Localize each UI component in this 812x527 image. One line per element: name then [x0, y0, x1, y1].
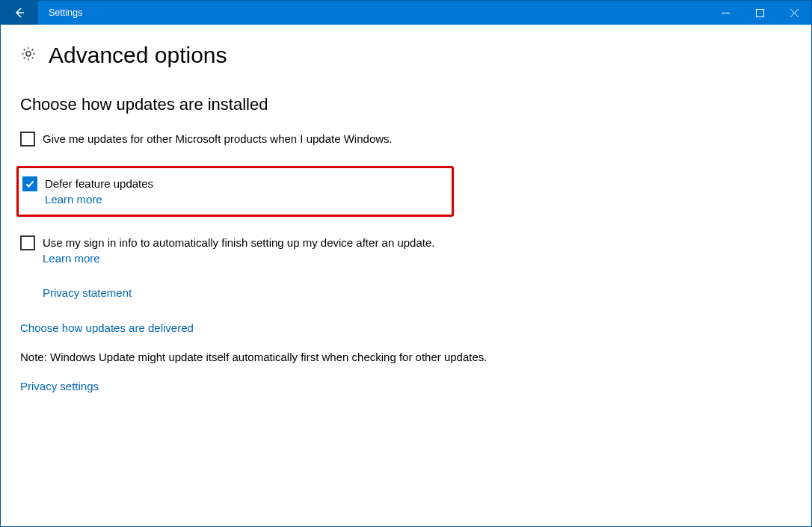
- back-arrow-icon: [13, 6, 26, 19]
- highlight-annotation: Defer feature updates Learn more: [16, 166, 454, 217]
- back-button[interactable]: [1, 1, 38, 25]
- checkbox-defer-updates[interactable]: [22, 176, 37, 191]
- maximize-button[interactable]: [742, 1, 777, 25]
- link-privacy-statement[interactable]: Privacy statement: [43, 286, 132, 299]
- link-privacy-settings[interactable]: Privacy settings: [20, 380, 99, 392]
- maximize-icon: [756, 9, 764, 17]
- link-delivery[interactable]: Choose how updates are delivered: [20, 321, 194, 334]
- minimize-icon: [722, 9, 730, 17]
- page-title: Advanced options: [49, 43, 227, 68]
- svg-rect-2: [756, 9, 763, 16]
- checkmark-icon: [25, 179, 35, 189]
- checkbox-signin-info[interactable]: [20, 235, 35, 250]
- window-controls: [708, 1, 811, 25]
- close-icon: [790, 9, 799, 17]
- label-other-products: Give me updates for other Microsoft prod…: [43, 131, 393, 147]
- option-signin-info: Use my sign in info to automatically fin…: [20, 232, 792, 271]
- section-title: Choose how updates are installed: [20, 95, 792, 114]
- titlebar: Settings: [1, 1, 811, 25]
- label-defer-updates: Defer feature updates: [45, 176, 153, 191]
- checkbox-other-products[interactable]: [20, 132, 35, 147]
- minimize-button[interactable]: [708, 1, 742, 25]
- page-header: Advanced options: [20, 43, 792, 68]
- label-signin-info: Use my sign in info to automatically fin…: [43, 235, 434, 250]
- link-defer-learn-more[interactable]: Learn more: [45, 191, 153, 209]
- content-area: Advanced options Choose how updates are …: [1, 25, 811, 427]
- svg-point-5: [26, 52, 31, 56]
- close-button[interactable]: [777, 1, 811, 25]
- link-signin-learn-more[interactable]: Learn more: [43, 250, 434, 268]
- note-text: Note: Windows Update might update itself…: [20, 351, 792, 363]
- gear-icon: [20, 46, 37, 65]
- window-title: Settings: [38, 1, 708, 25]
- option-defer-updates: Defer feature updates Learn more: [20, 176, 450, 209]
- option-other-products: Give me updates for other Microsoft prod…: [20, 128, 792, 150]
